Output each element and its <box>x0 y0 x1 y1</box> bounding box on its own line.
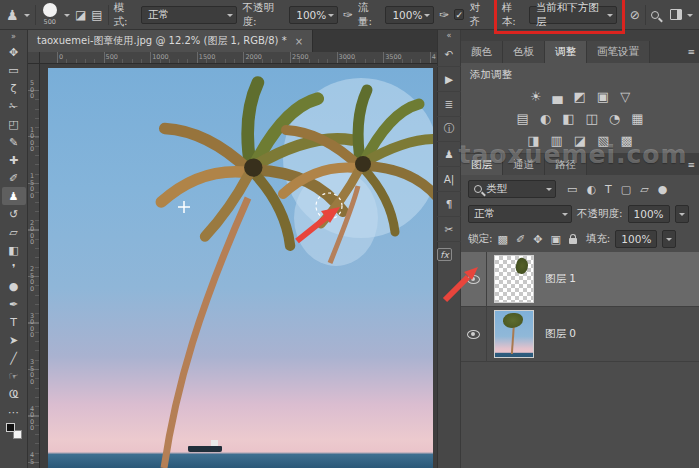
fill-value[interactable]: 100% <box>615 230 657 248</box>
foreground-color-swatch[interactable] <box>6 423 15 432</box>
blend-mode-row: 正常 不透明度: 100% <box>461 202 699 226</box>
flow-label: 流量: <box>358 1 381 29</box>
canvas-image[interactable] <box>48 68 433 468</box>
close-icon[interactable]: × <box>295 36 303 47</box>
adjust-tab-1[interactable]: 色板 <box>503 41 545 63</box>
tool-type-icon[interactable]: T <box>2 313 26 331</box>
adjust-tab-3[interactable]: 画笔设置 <box>587 41 650 63</box>
tool-marquee-icon[interactable]: ▭ <box>2 61 26 79</box>
tool-pen-icon[interactable]: ✒ <box>2 295 26 313</box>
color-lookup-icon[interactable]: ▦ <box>631 112 643 125</box>
opacity-select[interactable]: 100% <box>289 6 338 24</box>
paragraph-icon[interactable]: ¶ <box>437 192 461 217</box>
workspace-icon[interactable] <box>670 9 682 20</box>
tool-clone-stamp-icon[interactable]: ♟ <box>2 187 26 205</box>
search-icon[interactable] <box>651 11 659 19</box>
layer-thumbnail[interactable] <box>494 255 534 303</box>
tool-preset-caret-icon[interactable] <box>24 14 30 20</box>
layer-opacity-caret[interactable] <box>675 205 689 223</box>
tool-path-select-icon[interactable]: ➤ <box>2 331 26 349</box>
tool-hand-icon[interactable]: ☞ <box>2 367 26 385</box>
black-white-icon[interactable]: ◧ <box>562 112 574 125</box>
document-tab[interactable]: taoxuemei-图章使用.jpg @ 12.2% (图层 1, RGB/8)… <box>28 30 313 52</box>
brush-settings-toggle-icon[interactable]: ◪ <box>75 9 86 21</box>
channel-mixer-icon[interactable]: ◔ <box>609 112 620 125</box>
filter-smart-icon[interactable]: ▱ <box>640 184 648 195</box>
fill-caret[interactable] <box>662 230 676 248</box>
aligned-checkbox[interactable]: ✓ <box>454 9 464 20</box>
layer-row[interactable]: 图层 1 <box>461 252 699 307</box>
levels-icon[interactable]: ▄ <box>553 90 563 103</box>
adjust-tab-0[interactable]: 颜色 <box>461 41 503 63</box>
layer-name: 图层 0 <box>545 327 576 341</box>
history-icon[interactable]: ↶ <box>437 42 461 67</box>
vibrance-icon[interactable]: ▽ <box>620 90 630 103</box>
panel-menu-icon[interactable]: ≡ <box>687 41 695 63</box>
vertical-ruler[interactable]: 500100015002000250030003500400045 <box>28 64 40 468</box>
tool-eyedropper-icon[interactable]: ✎ <box>2 133 26 151</box>
lock-transparency-icon[interactable]: ▩ <box>498 234 508 245</box>
tool-zoom-icon[interactable]: Ҩ <box>2 385 26 403</box>
layer-opacity-value[interactable]: 100% <box>628 205 670 223</box>
dock-collapse-icon[interactable]: « <box>447 30 452 42</box>
ignore-adjustment-layers-icon[interactable]: ⊘ <box>630 9 640 21</box>
tool-move-icon[interactable]: ✥ <box>2 43 26 61</box>
tool-crop-icon[interactable]: ◰ <box>2 115 26 133</box>
brush-picker-caret-icon[interactable] <box>64 14 70 20</box>
mode-select[interactable]: 正常 <box>141 6 237 24</box>
flow-select[interactable]: 100% <box>385 6 434 24</box>
adjust-tab-2[interactable]: 调整 <box>545 41 587 63</box>
tool-gradient-icon[interactable]: ◧ <box>2 241 26 259</box>
layer-thumbnail[interactable] <box>494 310 534 358</box>
filter-icon-list: ▭◐T▢▱● <box>567 184 667 195</box>
lock-position-icon[interactable]: ✥ <box>533 234 542 245</box>
tool-dodge-icon[interactable]: ● <box>2 277 26 295</box>
vruler-label: 2000 <box>30 220 37 246</box>
sample-select[interactable]: 当前和下方图层 <box>529 6 617 24</box>
filter-adjustment-icon[interactable]: ◐ <box>586 184 596 195</box>
exposure-icon[interactable]: ▣ <box>597 90 609 103</box>
document-title: taoxuemei-图章使用.jpg @ 12.2% (图层 1, RGB/8)… <box>37 34 287 48</box>
info-icon[interactable]: ⓘ <box>437 117 461 142</box>
tool-brush-icon[interactable]: ✐ <box>2 169 26 187</box>
color-swatches[interactable] <box>5 423 23 439</box>
tool-shape-icon[interactable]: ╱ <box>2 349 26 367</box>
filter-type-icon[interactable]: T <box>605 184 612 195</box>
tool-edit-toolbar-icon[interactable]: ⋯ <box>2 403 26 421</box>
layer-row[interactable]: 图层 0 <box>461 307 699 362</box>
toolbar-collapse-icon[interactable]: » <box>11 30 16 43</box>
clone-stamp-tool-icon[interactable]: ♟ <box>6 8 19 22</box>
pressure-opacity-icon[interactable]: ✑ <box>343 9 353 21</box>
brightness-contrast-icon[interactable]: ☀ <box>530 90 542 103</box>
horizontal-ruler[interactable]: 05001000150020002500300035004 <box>40 52 437 64</box>
tool-healing-icon[interactable]: ✚ <box>2 151 26 169</box>
clone-source-panel-toggle-icon[interactable]: ▤ <box>91 9 102 21</box>
filter-pin-icon[interactable]: ● <box>658 184 668 195</box>
filter-type-select[interactable]: 类型 <box>468 180 556 198</box>
character-icon[interactable]: A| <box>437 167 461 192</box>
tool-eraser-icon[interactable]: ▱ <box>2 223 26 241</box>
hruler-label: 3500 <box>383 53 402 61</box>
brush-preset-picker[interactable]: 500 <box>41 3 59 26</box>
filter-pixel-icon[interactable]: ▭ <box>567 184 577 195</box>
curves-icon[interactable]: ◩ <box>574 90 586 103</box>
visibility-toggle[interactable] <box>461 307 487 362</box>
photo-filter-icon[interactable]: ◫ <box>586 112 598 125</box>
color-balance-icon[interactable]: ◐ <box>540 112 551 125</box>
hruler-label: 1500 <box>197 53 216 61</box>
tool-history-brush-icon[interactable]: ↺ <box>2 205 26 223</box>
tool-lasso-icon[interactable]: ζ <box>2 79 26 97</box>
lock-all-icon[interactable] <box>569 238 577 244</box>
lock-artboard-icon[interactable]: ▣ <box>550 234 560 245</box>
tool-blur-icon[interactable]: ❜ <box>2 259 26 277</box>
tool-presets-icon[interactable]: ✂ <box>437 217 461 242</box>
tool-quick-select-icon[interactable]: ✁ <box>2 97 26 115</box>
properties-icon[interactable]: ≣ <box>437 92 461 117</box>
airbrush-toggle-icon[interactable]: ✑ <box>439 9 449 21</box>
workspace-caret-icon[interactable] <box>687 14 693 20</box>
actions-icon[interactable]: ▶ <box>437 67 461 92</box>
lock-image-icon[interactable]: ✐ <box>516 234 525 245</box>
filter-shape-icon[interactable]: ▢ <box>621 184 631 195</box>
blend-mode-select[interactable]: 正常 <box>468 205 572 223</box>
hue-saturation-icon[interactable]: ▤ <box>517 112 529 125</box>
